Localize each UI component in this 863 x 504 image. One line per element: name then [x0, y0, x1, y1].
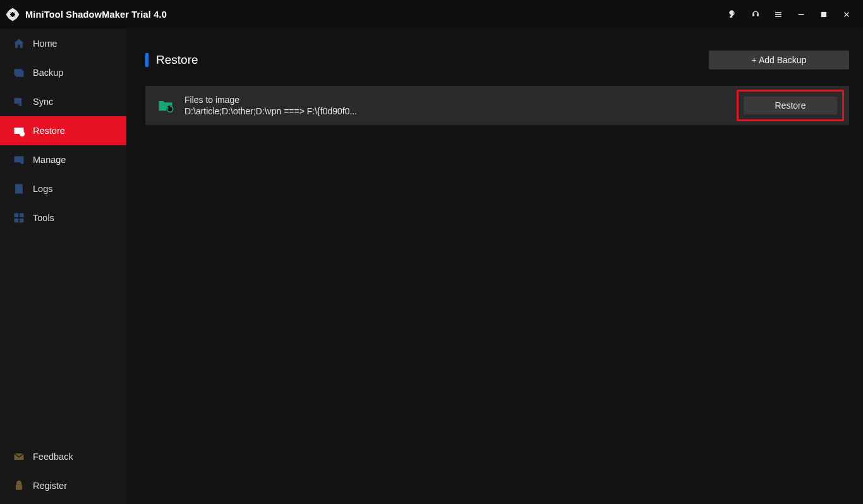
- page-title-text: Restore: [156, 53, 198, 67]
- svg-point-10: [21, 161, 24, 164]
- svg-rect-18: [20, 219, 24, 223]
- sidebar-item-manage[interactable]: Manage: [0, 145, 126, 174]
- minimize-button[interactable]: [791, 4, 811, 25]
- app-logo-icon: [5, 7, 20, 22]
- backup-detail: D:\article;D:\other;D:\vpn ===> F:\{f0d9…: [184, 106, 357, 116]
- sidebar-item-backup[interactable]: Backup: [0, 58, 126, 87]
- title-accent: [145, 53, 148, 67]
- svg-rect-19: [16, 484, 22, 489]
- svg-rect-7: [15, 98, 22, 104]
- svg-rect-6: [16, 71, 24, 77]
- sidebar-item-restore[interactable]: Restore: [0, 116, 126, 145]
- svg-rect-3: [799, 14, 804, 15]
- home-icon: [0, 37, 33, 50]
- headset-icon[interactable]: [745, 4, 766, 25]
- sidebar-item-label: Backup: [33, 68, 63, 78]
- sidebar: Home Backup Sync: [0, 29, 126, 504]
- sidebar-item-label: Manage: [33, 155, 66, 165]
- svg-rect-15: [15, 213, 19, 218]
- backup-title: Files to image: [184, 95, 357, 105]
- sidebar-footer: Feedback Register: [0, 442, 126, 504]
- menu-icon[interactable]: [768, 4, 788, 25]
- titlebar: MiniTool ShadowMaker Trial 4.0: [0, 0, 863, 29]
- app-body: Home Backup Sync: [0, 29, 863, 504]
- sidebar-item-label: Logs: [33, 184, 52, 194]
- svg-rect-1: [775, 14, 781, 15]
- main-content: Restore + Add Backup Files to image D:: [126, 29, 863, 504]
- svg-rect-13: [17, 188, 21, 189]
- sidebar-item-label: Sync: [33, 97, 53, 107]
- feedback-icon: [0, 450, 33, 463]
- page-header: Restore + Add Backup: [145, 51, 849, 69]
- sidebar-item-label: Register: [33, 481, 67, 491]
- sidebar-item-label: Feedback: [33, 452, 73, 462]
- restore-highlight: Restore: [737, 90, 844, 121]
- sidebar-item-feedback[interactable]: Feedback: [0, 442, 126, 471]
- page-title: Restore: [145, 53, 198, 67]
- sidebar-item-label: Tools: [33, 213, 54, 223]
- sidebar-item-register[interactable]: Register: [0, 471, 126, 500]
- app-window: MiniTool ShadowMaker Trial 4.0: [0, 0, 863, 504]
- restore-button[interactable]: Restore: [744, 97, 837, 114]
- maximize-button[interactable]: [814, 4, 834, 25]
- tools-icon: [0, 212, 33, 224]
- svg-rect-0: [775, 13, 781, 13]
- register-icon: [0, 479, 33, 492]
- backup-icon: [0, 66, 33, 79]
- sidebar-item-logs[interactable]: Logs: [0, 174, 126, 203]
- sidebar-item-tools[interactable]: Tools: [0, 203, 126, 232]
- sidebar-item-sync[interactable]: Sync: [0, 87, 126, 116]
- sidebar-item-label: Restore: [33, 126, 65, 136]
- sidebar-item-home[interactable]: Home: [0, 29, 126, 58]
- svg-rect-2: [775, 16, 781, 16]
- logs-icon: [0, 183, 33, 195]
- svg-rect-16: [20, 213, 24, 218]
- key-icon[interactable]: [723, 4, 743, 25]
- sync-icon: [0, 95, 33, 108]
- backup-row[interactable]: Files to image D:\article;D:\other;D:\vp…: [145, 86, 849, 125]
- svg-rect-4: [822, 13, 826, 17]
- add-backup-button[interactable]: + Add Backup: [709, 51, 849, 69]
- svg-rect-17: [15, 219, 19, 223]
- folder-restore-icon: [155, 95, 176, 116]
- close-button[interactable]: [836, 4, 857, 25]
- sidebar-nav: Home Backup Sync: [0, 29, 126, 232]
- svg-rect-14: [17, 191, 21, 191]
- svg-rect-12: [17, 186, 21, 187]
- sidebar-item-label: Home: [33, 39, 57, 49]
- app-title: MiniTool ShadowMaker Trial 4.0: [25, 9, 167, 20]
- backup-info: Files to image D:\article;D:\other;D:\vp…: [184, 95, 357, 116]
- restore-icon: [0, 124, 33, 137]
- manage-icon: [0, 153, 33, 166]
